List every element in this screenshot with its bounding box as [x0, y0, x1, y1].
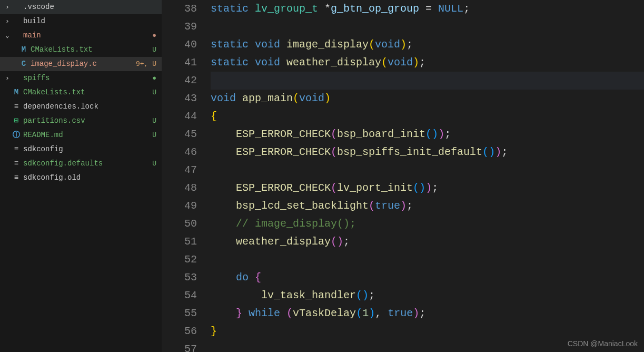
code-token: ; — [369, 289, 375, 301]
code-line[interactable]: static void weather_display(void); — [211, 54, 644, 72]
code-token: ( — [356, 307, 362, 319]
git-status-badge: 9+, U — [136, 57, 156, 71]
file-tree-row[interactable]: Cimage_display.c9+, U — [0, 57, 162, 71]
code-token: ESP_ERROR_CHECK — [236, 182, 331, 194]
code-line[interactable]: } while (vTaskDelay(1), true); — [211, 305, 644, 322]
code-token: void — [255, 56, 286, 69]
code-line[interactable]: ESP_ERROR_CHECK(lv_port_init()); — [211, 179, 644, 197]
code-token: ESP_ERROR_CHECK — [236, 146, 331, 158]
line-number: 44 — [162, 107, 197, 125]
code-token: void — [255, 38, 286, 51]
code-token: ( — [356, 289, 362, 301]
code-line[interactable] — [211, 161, 644, 179]
line-number-gutter: 3839404142434445464748495051525354555657 — [162, 0, 211, 352]
code-line[interactable] — [211, 251, 644, 269]
code-line[interactable]: // image_display(); — [211, 215, 644, 233]
line-number: 48 — [162, 179, 197, 197]
code-token: static — [211, 56, 255, 69]
code-token — [211, 218, 236, 230]
file-label: dependencies.lock — [23, 100, 153, 114]
file-tree-row[interactable]: ⓘREADME.mdU — [0, 128, 162, 142]
code-line[interactable]: bsp_lcd_set_backlight(true); — [211, 197, 644, 215]
chevron-right-icon[interactable]: › — [3, 14, 12, 28]
code-token: lv_group_t — [255, 3, 324, 15]
file-tree-row[interactable]: ›.vscode — [0, 0, 162, 14]
code-token: ) — [489, 146, 495, 158]
code-token: ) — [438, 128, 444, 140]
code-token: ; — [463, 3, 470, 15]
file-tree-row[interactable]: ›spiffs● — [0, 71, 162, 85]
code-token: ) — [413, 56, 419, 69]
code-line[interactable]: lv_task_handler(); — [211, 287, 644, 305]
code-area[interactable]: static lv_group_t *g_btn_op_group = NULL… — [211, 0, 644, 352]
file-tree-row[interactable]: sdkconfig — [0, 142, 162, 157]
code-line[interactable]: ESP_ERROR_CHECK(bsp_spiffs_init_default(… — [211, 143, 644, 161]
file-tree-row[interactable]: ⊞partitions.csvU — [0, 114, 162, 128]
code-token: , — [375, 307, 388, 319]
code-token — [211, 128, 236, 140]
line-number: 38 — [162, 0, 197, 18]
chevron-right-icon[interactable]: › — [3, 71, 12, 85]
code-token: ( — [413, 182, 419, 194]
file-tree-row[interactable]: MCMakeLists.txtU — [0, 43, 162, 57]
file-tree-row[interactable]: sdkconfig.old — [0, 171, 162, 185]
code-line[interactable]: weather_display(); — [211, 233, 644, 251]
line-number: 45 — [162, 125, 197, 143]
git-status-badge: U — [152, 85, 156, 100]
code-token: ( — [482, 146, 489, 158]
file-icon: C — [19, 57, 28, 71]
watermark: CSDN @ManiacLook — [568, 339, 638, 348]
code-line[interactable]: static void image_display(void); — [211, 36, 644, 54]
code-line[interactable]: static lv_group_t *g_btn_op_group = NULL… — [211, 0, 644, 18]
code-editor[interactable]: 3839404142434445464748495051525354555657… — [162, 0, 644, 352]
file-label: .vscode — [23, 0, 153, 14]
line-number: 42 — [162, 72, 197, 90]
code-line[interactable] — [211, 72, 644, 90]
line-number: 46 — [162, 143, 197, 161]
file-icon: M — [12, 85, 21, 100]
file-label: CMakeLists.txt — [31, 43, 149, 57]
code-token: while — [249, 307, 280, 319]
file-tree-row[interactable]: dependencies.lock — [0, 100, 162, 114]
code-token: ( — [369, 200, 375, 212]
code-line[interactable]: do { — [211, 269, 644, 287]
file-tree-row[interactable]: MCMakeLists.txtU — [0, 85, 162, 100]
chevron-down-icon[interactable]: ⌄ — [3, 28, 12, 43]
code-token: ) — [337, 236, 343, 248]
code-token: { — [211, 110, 217, 122]
code-token: lv_task_handler — [261, 289, 356, 301]
file-tree-row[interactable]: sdkconfig.defaultsU — [0, 157, 162, 171]
code-token: weather_display — [286, 56, 381, 69]
code-token: ( — [331, 182, 337, 194]
file-tree-row[interactable]: ⌄main● — [0, 28, 162, 43]
code-line[interactable]: ESP_ERROR_CHECK(bsp_board_init()); — [211, 125, 644, 143]
chevron-right-icon[interactable]: › — [3, 0, 12, 14]
code-line[interactable]: { — [211, 107, 644, 125]
code-token: ; — [432, 182, 438, 194]
line-number: 41 — [162, 54, 197, 72]
code-token: image_display — [286, 38, 369, 51]
code-token: ) — [400, 200, 407, 212]
code-line[interactable] — [211, 18, 644, 36]
file-icon — [12, 100, 21, 114]
code-token: bsp_lcd_set_backlight — [236, 200, 369, 212]
line-number: 54 — [162, 287, 197, 305]
app-root: ›.vscode›build⌄main●MCMakeLists.txtUCima… — [0, 0, 644, 352]
file-icon: M — [19, 43, 28, 57]
line-number: 57 — [162, 340, 197, 352]
code-token: static — [211, 3, 255, 15]
code-token: void — [375, 38, 400, 51]
file-tree-row[interactable]: ›build — [0, 14, 162, 28]
code-token: weather_display — [236, 236, 331, 248]
file-label: main — [23, 28, 149, 43]
file-label: sdkconfig.defaults — [23, 157, 149, 171]
code-token: bsp_spiffs_init_default — [337, 146, 482, 158]
code-token: void — [211, 92, 242, 104]
code-token: ( — [425, 128, 432, 140]
file-label: build — [23, 14, 153, 28]
code-line[interactable]: } — [211, 322, 644, 340]
code-token: bsp_board_init — [337, 128, 425, 140]
code-token: ESP_ERROR_CHECK — [236, 128, 331, 140]
code-line[interactable]: void app_main(void) — [211, 90, 644, 107]
file-explorer[interactable]: ›.vscode›build⌄main●MCMakeLists.txtUCima… — [0, 0, 162, 352]
